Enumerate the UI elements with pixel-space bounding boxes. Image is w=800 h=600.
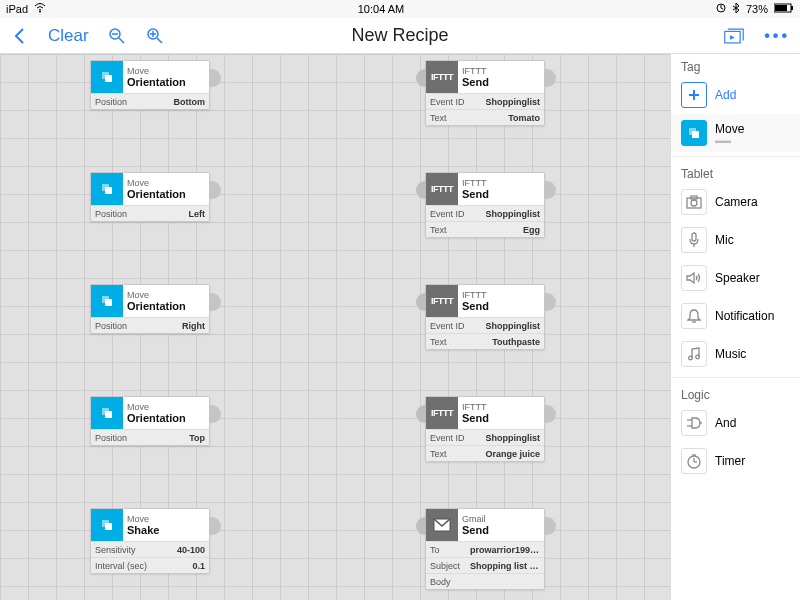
block-head: Move Orientation	[91, 173, 209, 205]
block-kind: Move	[127, 402, 209, 412]
ifttt-icon: IFTTT	[426, 285, 458, 317]
row-key: Sensitivity	[95, 545, 136, 555]
row-value: Shoppinglist	[486, 97, 541, 107]
block-label: Shake	[127, 524, 209, 536]
sidebar-section-tag: Tag	[671, 54, 800, 76]
more-button[interactable]: •••	[764, 27, 790, 45]
block-row: Interval (sec)0.1	[91, 557, 209, 573]
preview-button[interactable]	[724, 26, 744, 46]
row-value: Shoppinglist	[486, 433, 541, 443]
sidebar-tablet-mic[interactable]: Mic	[671, 221, 800, 259]
send-block-0[interactable]: IFTTT IFTTT Send Event IDShoppinglistTex…	[425, 60, 545, 126]
row-key: Event ID	[430, 321, 465, 331]
sidebar-move[interactable]: Move ▬▬	[671, 114, 800, 152]
music-icon	[681, 341, 707, 367]
block-row: PositionLeft	[91, 205, 209, 221]
camera-icon	[681, 189, 707, 215]
block-label: Orientation	[127, 300, 209, 312]
row-key: Position	[95, 209, 127, 219]
move-block-1[interactable]: Move Orientation PositionLeft	[90, 172, 210, 222]
move-icon	[91, 61, 123, 93]
back-button[interactable]	[10, 26, 30, 46]
send-block-4[interactable]: Gmail Send Toprowarrior1990@gm...Subject…	[425, 508, 545, 590]
rotation-lock-icon	[716, 3, 726, 15]
block-row: PositionRight	[91, 317, 209, 333]
bluetooth-icon	[732, 2, 740, 16]
move-block-0[interactable]: Move Orientation PositionBottom	[90, 60, 210, 110]
block-kind: IFTTT	[462, 178, 544, 188]
move-icon	[681, 120, 707, 146]
move-block-4[interactable]: Move Shake Sensitivity40-100Interval (se…	[90, 508, 210, 574]
row-value: Orange juice	[485, 449, 540, 459]
block-row: TextTouthpaste	[426, 333, 544, 349]
row-value: Shoppinglist	[486, 209, 541, 219]
clear-button[interactable]: Clear	[48, 26, 89, 46]
sidebar-item-label: Timer	[715, 454, 745, 468]
send-block-1[interactable]: IFTTT IFTTT Send Event IDShoppinglistTex…	[425, 172, 545, 238]
mic-icon	[681, 227, 707, 253]
send-block-2[interactable]: IFTTT IFTTT Send Event IDShoppinglistTex…	[425, 284, 545, 350]
block-label: Send	[462, 300, 544, 312]
block-head: IFTTT IFTTT Send	[426, 397, 544, 429]
row-value: Top	[189, 433, 205, 443]
row-value: 40-100	[177, 545, 205, 555]
canvas[interactable]: Move Orientation PositionBottom Move Ori…	[0, 54, 670, 600]
block-head: Move Shake	[91, 509, 209, 541]
block-row: TextTomato	[426, 109, 544, 125]
row-value: prowarrior1990@gm...	[470, 545, 540, 555]
sidebar-tablet-music[interactable]: Music	[671, 335, 800, 373]
gmail-icon	[426, 509, 458, 541]
block-kind: Gmail	[462, 514, 544, 524]
svg-rect-20	[105, 411, 112, 418]
sidebar-tablet-camera[interactable]: Camera	[671, 183, 800, 221]
move-block-2[interactable]: Move Orientation PositionRight	[90, 284, 210, 334]
status-bar: iPad 10:04 AM 73%	[0, 0, 800, 18]
send-block-3[interactable]: IFTTT IFTTT Send Event IDShoppinglistTex…	[425, 396, 545, 462]
row-value: 0.1	[192, 561, 205, 571]
row-value: Bottom	[174, 97, 206, 107]
sidebar-tablet-speaker[interactable]: Speaker	[671, 259, 800, 297]
sidebar: Tag Add Move ▬▬ Tablet Camera Mic S	[670, 54, 800, 600]
row-key: Event ID	[430, 97, 465, 107]
plus-icon	[681, 82, 707, 108]
block-row: PositionTop	[91, 429, 209, 445]
speaker-icon	[681, 265, 707, 291]
row-value: Shoppinglist	[486, 321, 541, 331]
sidebar-add[interactable]: Add	[671, 76, 800, 114]
sidebar-logic-timer[interactable]: Timer	[671, 442, 800, 480]
sidebar-item-label: Mic	[715, 233, 734, 247]
sidebar-add-label: Add	[715, 88, 736, 102]
svg-rect-31	[692, 233, 696, 241]
sidebar-item-label: Notification	[715, 309, 774, 323]
block-head: IFTTT IFTTT Send	[426, 61, 544, 93]
block-row: Event IDShoppinglist	[426, 205, 544, 221]
wifi-icon	[34, 3, 46, 15]
block-head: Move Orientation	[91, 397, 209, 429]
block-label: Orientation	[127, 76, 209, 88]
sidebar-logic-and[interactable]: And	[671, 404, 800, 442]
block-head: Move Orientation	[91, 61, 209, 93]
row-key: Position	[95, 97, 127, 107]
move-block-3[interactable]: Move Orientation PositionTop	[90, 396, 210, 446]
svg-point-35	[696, 355, 700, 359]
row-value: Egg	[523, 225, 540, 235]
ifttt-icon: IFTTT	[426, 397, 458, 429]
sidebar-tablet-notification[interactable]: Notification	[671, 297, 800, 335]
zoom-out-button[interactable]	[107, 26, 127, 46]
block-kind: Move	[127, 290, 209, 300]
bell-icon	[681, 303, 707, 329]
block-row: Sensitivity40-100	[91, 541, 209, 557]
block-label: Send	[462, 412, 544, 424]
block-head: Move Orientation	[91, 285, 209, 317]
block-row: TextEgg	[426, 221, 544, 237]
block-kind: Move	[127, 178, 209, 188]
move-icon	[91, 173, 123, 205]
row-value: Left	[189, 209, 206, 219]
sidebar-item-label: Music	[715, 347, 746, 361]
row-key: Body	[430, 577, 451, 587]
sidebar-item-label: And	[715, 416, 736, 430]
row-key: Text	[430, 449, 447, 459]
block-label: Orientation	[127, 412, 209, 424]
zoom-in-button[interactable]	[145, 26, 165, 46]
row-value: Right	[182, 321, 205, 331]
